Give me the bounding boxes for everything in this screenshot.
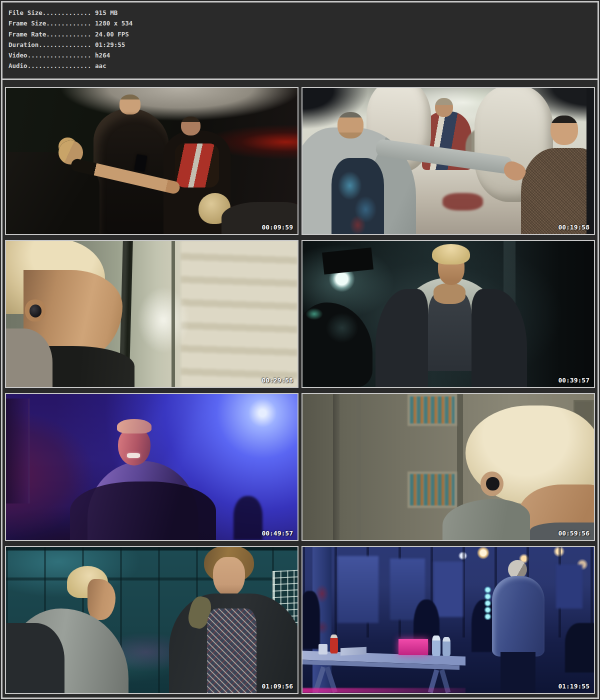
window-glow [338,556,378,623]
timestamp-overlay: 00:39:57 [558,376,590,384]
framed-artwork [408,394,457,426]
prop-bottle [330,634,338,654]
jacket [472,289,527,387]
scene-sports-hall [6,547,298,693]
scene-street-profile [6,241,298,387]
floral-shirt [332,158,384,234]
timestamp-overlay: 00:59:56 [558,530,590,537]
figure-legs [500,652,536,693]
window-glow [434,562,462,617]
info-line-audio: Audio................. aac [8,60,598,71]
figure-head [550,116,578,144]
patterned-sweater [207,608,256,693]
info-line-frame-rate: Frame Rate............ 24.00 FPS [8,29,598,40]
figure-head [338,112,364,138]
video-screenshot-8: 01:19:55 [302,546,595,694]
doorway-silhouette [6,398,30,504]
jacket-panel [175,144,218,188]
timestamp-overlay: 00:29:58 [262,376,293,384]
light-flag [322,247,374,274]
figure-body [521,148,594,234]
pole [172,241,174,387]
car-floor [442,193,484,210]
timestamp-overlay: 01:09:56 [262,682,293,690]
prop-water-bottle [432,636,440,656]
scene-club-room [6,88,298,234]
screenshot-grid: 00:09:59 00:19:58 [5,87,595,694]
video-screenshot-3: 00:29:58 [5,240,298,388]
figure-head [120,94,140,114]
earbud [486,477,499,490]
car-silhouette [565,623,594,672]
framed-artwork [408,472,457,508]
timestamp-overlay: 01:19:55 [558,682,590,690]
jacket [6,623,64,693]
timestamp-overlay: 00:19:58 [558,224,590,231]
neon-glow-strip [302,688,466,693]
info-line-duration: Duration.............. 01:29:55 [8,40,598,50]
timestamp-overlay: 00:49:57 [262,530,293,537]
timestamp-overlay: 00:09:59 [262,224,293,231]
scene-club-purple [6,394,298,540]
figure-neck [434,284,466,304]
info-line-frame-size: Frame Size............ 1280 x 534 [8,18,598,28]
figure-head [181,116,201,136]
car-pillar [586,88,594,234]
prop-pink-box [398,639,428,655]
neon-dots [483,586,492,620]
video-screenshot-1: 00:09:59 [5,87,298,235]
jacket [376,289,428,387]
jacket [70,482,216,540]
prop-water-bottle [442,637,450,656]
video-screenshot-2: 00:19:58 [302,87,595,235]
info-line-file-size: File Size............. 915 MB [8,8,598,18]
figure-face [213,557,245,596]
figure-face [88,579,115,620]
video-screenshot-5: 00:49:57 [5,393,298,541]
scene-car-interior [302,88,594,234]
grin-teeth [127,453,140,458]
door-trim [356,394,361,540]
light-streak [126,268,202,372]
figure-hair [432,244,470,264]
window-glow [556,564,582,608]
crowd-silhouette [234,496,262,540]
prop-cup [318,644,327,654]
figure-head [435,98,453,117]
door-trim [333,394,340,540]
scene-hallway-closeup [302,394,594,540]
file-info-header: File Size............. 915 MB Frame Size… [2,2,598,80]
light-glow [306,308,323,320]
figure-hair [117,419,152,434]
figure-silhouette [302,591,320,650]
video-screenshot-7: 01:09:56 [5,546,298,694]
scene-garage [302,241,594,387]
info-line-video: Video................. h264 [8,50,598,60]
media-info-sheet: File Size............. 915 MB Frame Size… [0,0,600,700]
video-screenshot-6: 00:59:56 [302,393,595,541]
scene-night-exterior [302,547,594,693]
video-screenshot-4: 00:39:57 [302,240,595,388]
earbud [30,304,42,318]
figure-body [492,576,544,656]
